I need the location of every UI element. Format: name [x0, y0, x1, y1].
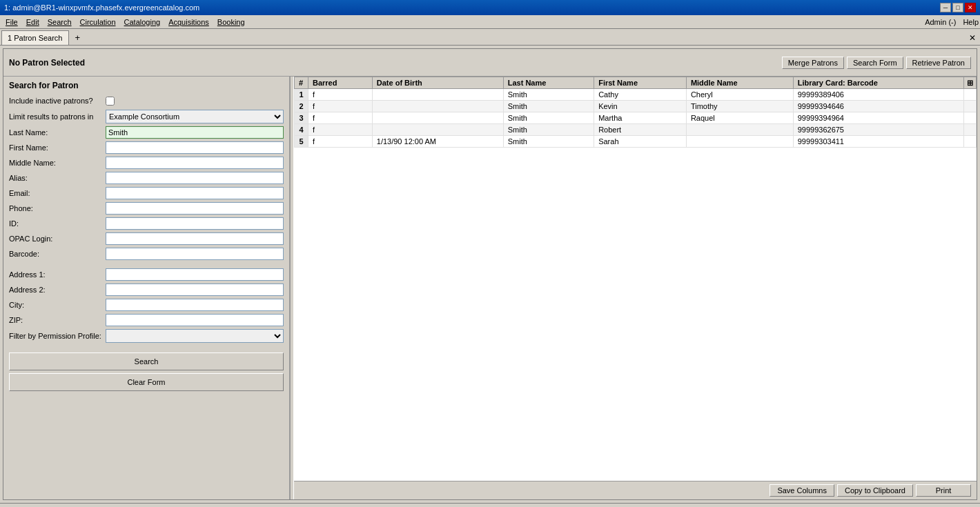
search-button[interactable]: Search — [9, 352, 284, 370]
opac-login-row: OPAC Login: — [3, 231, 289, 246]
cell-middle-name: Cheryl — [686, 89, 793, 101]
cell-middle-name — [686, 124, 793, 136]
patron-name: No Patron Selected — [9, 58, 85, 68]
email-label: Email: — [9, 189, 106, 197]
col-expand[interactable]: ⊞ — [964, 77, 977, 89]
table-row[interactable]: 4 f Smith Robert 99999362675 — [295, 124, 977, 136]
last-name-input[interactable] — [106, 126, 284, 139]
menu-acquisitions[interactable]: Acquisitions — [164, 17, 213, 28]
alias-label: Alias: — [9, 174, 106, 182]
cell-num: 5 — [295, 136, 308, 148]
cell-num: 1 — [295, 89, 308, 101]
close-button[interactable]: ✕ — [965, 3, 976, 12]
menu-cataloging[interactable]: Cataloging — [120, 17, 165, 28]
include-inactive-checkbox[interactable] — [106, 97, 115, 106]
filter-permission-select[interactable] — [106, 329, 284, 343]
help-label[interactable]: Help — [963, 18, 979, 26]
include-inactive-label: Include inactive patrons? — [9, 97, 106, 105]
table-row[interactable]: 2 f Smith Kevin Timothy 99999394646 — [295, 101, 977, 112]
address1-row: Address 1: — [3, 267, 289, 282]
cell-first-name: Robert — [594, 124, 687, 136]
cell-barred: f — [308, 136, 373, 148]
retrieve-patron-button[interactable]: Retrieve Patron — [906, 57, 971, 69]
cell-expand — [964, 112, 977, 124]
save-columns-button[interactable]: Save Columns — [770, 484, 834, 497]
opac-login-input[interactable] — [106, 232, 284, 245]
filter-permission-row: Filter by Permission Profile: — [3, 328, 289, 344]
cell-dob: 1/13/90 12:00 AM — [372, 136, 503, 148]
admin-area: Admin (-) Help — [925, 18, 979, 26]
cell-middle-name: Timothy — [686, 101, 793, 112]
cell-last-name: Smith — [503, 136, 594, 148]
alias-input[interactable] — [106, 172, 284, 184]
col-first-name[interactable]: First Name — [594, 77, 687, 89]
cell-barcode: 99999362675 — [793, 124, 963, 136]
limit-results-row: Limit results to patrons in Example Cons… — [3, 108, 289, 125]
cell-dob — [372, 101, 503, 112]
minimize-button[interactable]: ─ — [940, 3, 951, 12]
cell-barred: f — [308, 101, 373, 112]
menu-search[interactable]: Search — [43, 17, 76, 28]
zip-input[interactable] — [106, 314, 284, 326]
patron-buttons: Merge Patrons Search Form Retrieve Patro… — [782, 57, 971, 69]
first-name-input[interactable] — [106, 141, 284, 154]
tab-area-close[interactable]: ✕ — [966, 33, 979, 43]
cell-num: 2 — [295, 101, 308, 112]
menu-file[interactable]: File — [1, 17, 22, 28]
menu-edit[interactable]: Edit — [22, 17, 43, 28]
table-bottom-bar: Save Columns Copy to Clipboard Print — [294, 481, 977, 499]
zip-label: ZIP: — [9, 316, 106, 324]
col-barcode[interactable]: Library Card: Barcode — [793, 77, 963, 89]
table-row[interactable]: 1 f Smith Cathy Cheryl 99999389406 — [295, 89, 977, 101]
cell-dob — [372, 89, 503, 101]
cell-dob — [372, 112, 503, 124]
menu-circulation[interactable]: Circulation — [76, 17, 120, 28]
results-table: # Barred Date of Birth Last Name First N… — [294, 77, 977, 481]
search-form-button[interactable]: Search Form — [847, 57, 903, 69]
col-barred[interactable]: Barred — [308, 77, 373, 89]
phone-label: Phone: — [9, 204, 106, 212]
col-dob[interactable]: Date of Birth — [372, 77, 503, 89]
id-label: ID: — [9, 219, 106, 228]
tab-patron-search[interactable]: 1 Patron Search — [1, 30, 69, 45]
copy-to-clipboard-button[interactable]: Copy to Clipboard — [837, 484, 913, 497]
last-name-label: Last Name: — [9, 128, 106, 137]
middle-name-input[interactable] — [106, 157, 284, 169]
cell-expand — [964, 101, 977, 112]
cell-barcode: 99999389406 — [793, 89, 963, 101]
table-row[interactable]: 5 f 1/13/90 12:00 AM Smith Sarah 9999930… — [295, 136, 977, 148]
city-input[interactable] — [106, 299, 284, 311]
city-label: City: — [9, 301, 106, 309]
maximize-button[interactable]: □ — [952, 3, 963, 12]
col-num[interactable]: # — [295, 77, 308, 89]
alias-row: Alias: — [3, 170, 289, 186]
limit-results-select[interactable]: Example Consortium — [106, 110, 284, 123]
col-middle-name[interactable]: Middle Name — [686, 77, 793, 89]
cell-expand — [964, 124, 977, 136]
address2-input[interactable] — [106, 284, 284, 296]
patron-bar: No Patron Selected Merge Patrons Search … — [3, 49, 977, 77]
admin-label[interactable]: Admin (-) — [925, 18, 956, 26]
cell-first-name: Kevin — [594, 101, 687, 112]
cell-expand — [964, 89, 977, 101]
cell-num: 3 — [295, 112, 308, 124]
clear-form-button[interactable]: Clear Form — [9, 373, 284, 391]
opac-login-label: OPAC Login: — [9, 235, 106, 243]
menu-booking[interactable]: Booking — [213, 17, 249, 28]
email-input[interactable] — [106, 187, 284, 199]
barcode-input[interactable] — [106, 248, 284, 260]
cell-last-name: Smith — [503, 89, 594, 101]
results-panel: # Barred Date of Birth Last Name First N… — [294, 77, 977, 499]
merge-patrons-button[interactable]: Merge Patrons — [782, 57, 844, 69]
print-button[interactable]: Print — [916, 484, 971, 497]
id-input[interactable] — [106, 217, 284, 230]
middle-name-row: Middle Name: — [3, 155, 289, 170]
address1-input[interactable] — [106, 268, 284, 281]
phone-input[interactable] — [106, 202, 284, 215]
city-row: City: — [3, 297, 289, 312]
col-last-name[interactable]: Last Name — [503, 77, 594, 89]
cell-last-name: Smith — [503, 101, 594, 112]
middle-name-label: Middle Name: — [9, 159, 106, 167]
add-tab-button[interactable]: + — [70, 30, 86, 45]
table-row[interactable]: 3 f Smith Martha Raquel 99999394964 — [295, 112, 977, 124]
